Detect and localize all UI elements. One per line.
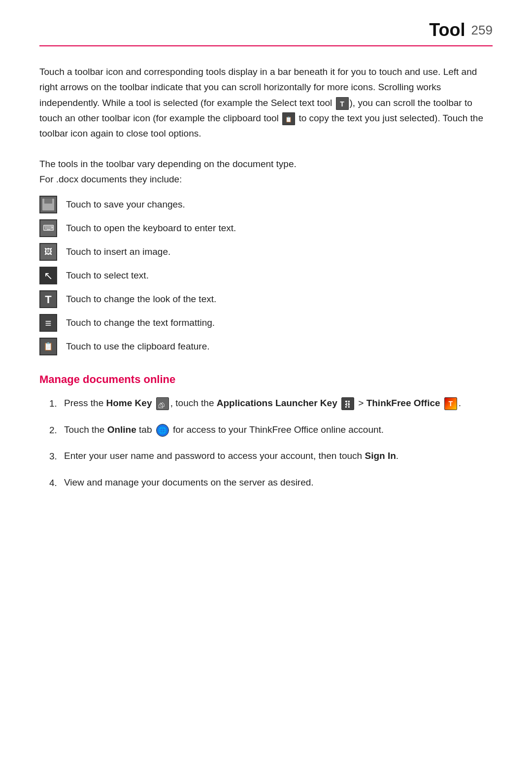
- list-item: 4. View and manage your documents on the…: [49, 475, 493, 490]
- step-1-number: 1.: [49, 396, 64, 411]
- image-tool-label: Touch to insert an image.: [66, 245, 170, 259]
- page: Tool 259 Touch a toolbar icon and corres…: [0, 0, 532, 765]
- select-text-tool-icon: T: [336, 97, 349, 110]
- home-key-label: Home Key: [106, 398, 152, 408]
- step-2-number: 2.: [49, 422, 64, 438]
- save-tool-label: Touch to save your changes.: [66, 198, 185, 212]
- list-item: T Touch to change the look of the text.: [39, 290, 493, 308]
- list-item: 📋 Touch to use the clipboard feature.: [39, 338, 493, 355]
- keyboard-tool-label: Touch to open the keyboard to enter text…: [66, 221, 236, 236]
- tool-icon-list: 💾 Touch to save your changes. ⌨ Touch to…: [39, 196, 493, 355]
- save-tool-icon: 💾: [39, 196, 57, 213]
- list-item: 🖼 Touch to insert an image.: [39, 243, 493, 261]
- step-4-number: 4.: [49, 475, 64, 490]
- list-item: 1. Press the Home Key ⌂, touch the Appli…: [49, 396, 493, 411]
- online-tab-label: Online: [107, 424, 136, 435]
- page-title: Tool: [429, 20, 465, 40]
- thinkfree-icon: T: [444, 397, 457, 410]
- clipboard-feature-icon: 📋: [39, 338, 57, 355]
- list-item: ⌨ Touch to open the keyboard to enter te…: [39, 219, 493, 237]
- list-item: ≡ Touch to change the text formatting.: [39, 314, 493, 332]
- thinkfree-label: ThinkFree Office: [366, 398, 440, 408]
- list-item: 3. Enter your user name and password to …: [49, 449, 493, 464]
- docx-intro: The tools in the toolbar vary depending …: [39, 156, 493, 187]
- textformat-tool-icon: ≡: [39, 314, 57, 332]
- step-1-content: Press the Home Key ⌂, touch the Applicat…: [64, 396, 493, 411]
- home-key-icon: ⌂: [156, 397, 169, 410]
- list-item: ↖ Touch to select text.: [39, 267, 493, 284]
- step-3-content: Enter your user name and password to acc…: [64, 449, 493, 463]
- clipboard-tool-icon: 📋: [282, 112, 295, 125]
- sign-in-label: Sign In: [365, 451, 396, 461]
- page-number: 259: [471, 23, 493, 38]
- intro-paragraph: Touch a toolbar icon and corresponding t…: [39, 64, 493, 141]
- list-item: 💾 Touch to save your changes.: [39, 196, 493, 213]
- step-4-content: View and manage your documents on the se…: [64, 475, 493, 490]
- clipboard-feature-label: Touch to use the clipboard feature.: [66, 340, 210, 354]
- step-2-content: Touch the Online tab 🌐 for access to you…: [64, 422, 493, 437]
- keyboard-tool-icon: ⌨: [39, 219, 57, 237]
- image-tool-icon: 🖼: [39, 243, 57, 261]
- steps-list: 1. Press the Home Key ⌂, touch the Appli…: [39, 396, 493, 490]
- online-tab-icon: 🌐: [156, 424, 169, 437]
- apps-launcher-label: Applications Launcher Key: [217, 398, 337, 408]
- select-tool-icon: ↖: [39, 267, 57, 284]
- textlook-tool-icon: T: [39, 290, 57, 308]
- apps-key-icon: ⠿: [341, 397, 354, 410]
- textlook-tool-label: Touch to change the look of the text.: [66, 292, 216, 307]
- docx-line1: The tools in the toolbar vary depending …: [39, 159, 297, 169]
- page-header: Tool 259: [39, 20, 493, 46]
- section-heading: Manage documents online: [39, 373, 493, 386]
- list-item: 2. Touch the Online tab 🌐 for access to …: [49, 422, 493, 438]
- textformat-tool-label: Touch to change the text formatting.: [66, 316, 215, 330]
- step-3-number: 3.: [49, 449, 64, 464]
- docx-line2: For .docx documents they include:: [39, 174, 182, 184]
- select-tool-label: Touch to select text.: [66, 269, 149, 283]
